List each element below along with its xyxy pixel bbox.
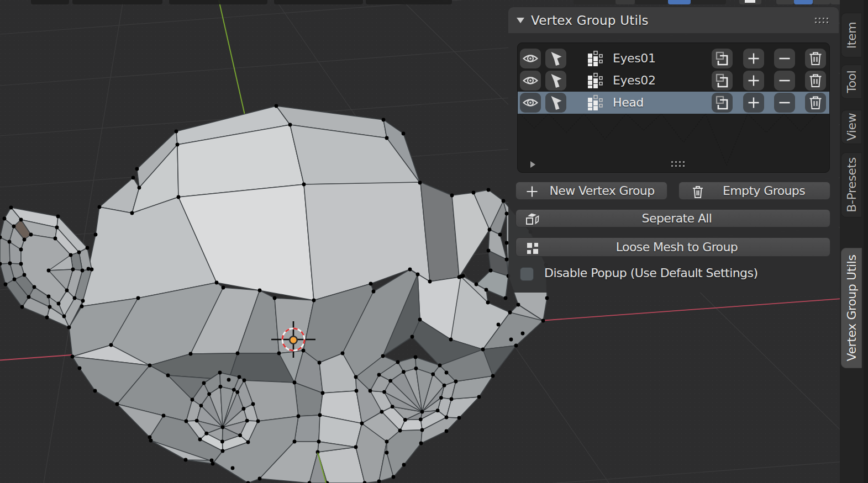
vertex-group-name: Head [613, 95, 644, 109]
vertex-group-name: Eyes01 [613, 51, 656, 65]
visibility-toggle-button[interactable] [520, 71, 541, 91]
remove-from-group-button[interactable] [774, 49, 795, 68]
eye-icon [520, 49, 541, 68]
cursor-arrow-icon [545, 49, 566, 68]
button-label: Empty Groups [723, 184, 805, 198]
button-label: New Vertex Group [549, 184, 654, 198]
tab-label: Tool [845, 70, 859, 93]
panel-title: Vertex Group Utils [531, 13, 649, 28]
panel-header[interactable]: Vertex Group Utils [508, 7, 839, 33]
trash-icon [805, 93, 826, 113]
button-label: Seperate All [642, 211, 712, 225]
sidebar-tab-vertex-group-utils[interactable]: Vertex Group Utils [841, 248, 862, 368]
delete-group-button[interactable] [805, 93, 826, 113]
delete-group-button[interactable] [805, 49, 826, 68]
trash-icon [690, 184, 706, 199]
plus-icon [525, 184, 539, 199]
trash-icon [805, 49, 826, 68]
tab-label: B-Presets [845, 157, 859, 213]
duplicate-icon [712, 71, 733, 91]
tab-label: Item [845, 22, 859, 48]
plus-icon [743, 93, 764, 113]
remove-from-group-button[interactable] [774, 71, 795, 91]
add-to-group-button[interactable] [743, 49, 764, 68]
tab-label: Vertex Group Utils [845, 255, 859, 362]
list-expand-icon[interactable] [529, 160, 536, 169]
plus-icon [743, 71, 764, 91]
vertex-group-icon [584, 71, 606, 91]
cursor-arrow-icon [545, 71, 566, 91]
minus-icon [774, 93, 795, 113]
cursor-arrow-icon [545, 93, 566, 113]
duplicate-icon [712, 93, 733, 113]
visibility-toggle-button[interactable] [520, 93, 541, 113]
sidebar-tab-item[interactable]: Item [841, 13, 862, 57]
panel-collapse-icon[interactable] [517, 18, 524, 23]
select-toggle-button[interactable] [545, 71, 566, 91]
duplicate-icon [712, 49, 733, 68]
vertex-group-name: Eyes02 [613, 73, 656, 87]
vertex-group-row-eyes02[interactable]: Eyes02 [518, 70, 829, 92]
tab-label: View [845, 113, 859, 141]
add-to-group-button[interactable] [743, 93, 764, 113]
vertex-group-row-head[interactable]: Head [518, 92, 829, 114]
vertex-group-icon [584, 93, 606, 113]
separate-all-button[interactable]: Seperate All [515, 209, 830, 227]
select-toggle-button[interactable] [545, 93, 566, 113]
select-toggle-button[interactable] [545, 49, 566, 68]
panel-drag-grip-icon[interactable] [815, 18, 829, 24]
sidebar-tab-tool[interactable]: Tool [841, 65, 862, 99]
vertex-group-row-eyes01[interactable]: Eyes01 [518, 47, 829, 70]
disable-popup-label: Disable Popup (Use Default Settings) [544, 266, 757, 280]
eye-icon [520, 93, 541, 113]
vertex-group-utils-panel: Vertex Group Utils Eyes01 [508, 7, 839, 293]
delete-group-button[interactable] [805, 71, 826, 91]
vertex-group-list: Eyes01 Eyes02 [517, 43, 830, 173]
loose-parts-icon [524, 240, 541, 257]
eye-icon [520, 71, 541, 91]
disable-popup-checkbox[interactable] [520, 267, 534, 281]
remove-from-group-button[interactable] [774, 93, 795, 113]
blender-window: Vertex Group Utils Eyes01 [0, 0, 868, 483]
duplicate-group-button[interactable] [712, 71, 733, 91]
sidebar-tab-strip: ItemToolViewB-PresetsVertex Group Utils [840, 0, 864, 483]
editor-divider [864, 0, 868, 483]
plus-icon [743, 49, 764, 68]
add-to-group-button[interactable] [743, 71, 764, 91]
button-label: Loose Mesh to Group [616, 240, 738, 254]
duplicate-group-button[interactable] [712, 49, 733, 68]
visibility-toggle-button[interactable] [520, 49, 541, 68]
list-resize-grip-icon[interactable] [671, 161, 686, 167]
new-vertex-group-button[interactable]: New Vertex Group [515, 182, 667, 200]
trash-icon [805, 71, 826, 91]
duplicate-group-button[interactable] [712, 93, 733, 113]
separate-mesh-icon [524, 211, 543, 227]
vertex-group-icon [584, 49, 606, 68]
loose-mesh-to-group-button[interactable]: Loose Mesh to Group [515, 237, 830, 257]
minus-icon [774, 49, 795, 68]
sidebar-tab-view[interactable]: View [841, 110, 862, 144]
sidebar-tab-b-presets[interactable]: B-Presets [841, 152, 862, 217]
minus-icon [774, 71, 795, 91]
empty-groups-button[interactable]: Empty Groups [678, 182, 830, 200]
